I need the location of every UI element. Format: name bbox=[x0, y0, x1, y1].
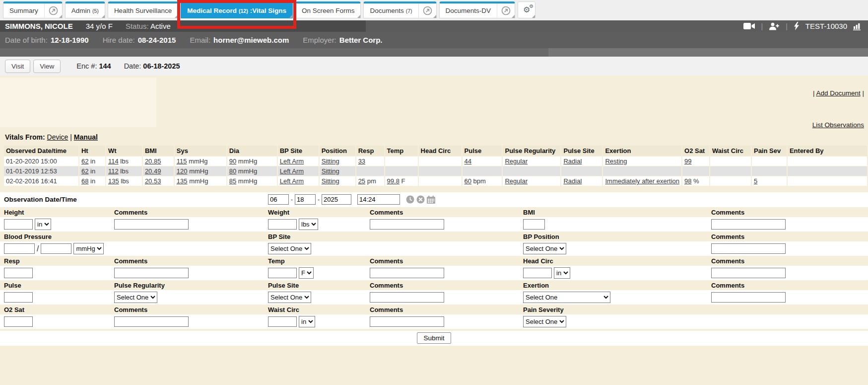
vital-value-link[interactable]: 20.49 bbox=[145, 167, 161, 175]
weight-comments-input[interactable] bbox=[370, 219, 444, 230]
obs-day-input[interactable] bbox=[295, 194, 316, 205]
temp-comments-input[interactable] bbox=[370, 268, 444, 278]
head-circ-unit-select[interactable]: in bbox=[554, 267, 570, 279]
pulse-input[interactable] bbox=[4, 292, 33, 303]
height-unit-select[interactable]: in bbox=[35, 219, 51, 230]
bmi-comments-input[interactable] bbox=[711, 219, 786, 230]
tab-on-screen-forms[interactable]: On Screen Forms bbox=[295, 1, 361, 18]
o2-sat-comments-input[interactable] bbox=[114, 316, 189, 327]
tab-admin[interactable]: Admin (5) bbox=[65, 1, 105, 18]
vital-value-link[interactable]: 115 bbox=[177, 157, 187, 165]
vital-value-link[interactable]: Left Arm bbox=[280, 167, 304, 175]
calendar-icon[interactable] bbox=[427, 196, 435, 204]
tab-health-surveillance[interactable]: Health Surveillance bbox=[108, 1, 178, 18]
popout-icon[interactable] bbox=[44, 3, 62, 18]
vital-value-link[interactable]: 112 bbox=[108, 167, 119, 175]
vital-value-link[interactable]: 99 bbox=[684, 157, 691, 165]
tab-label[interactable]: Medical Record (12):Vital Signs bbox=[181, 3, 292, 18]
tab-documents[interactable]: Documents (7) bbox=[363, 1, 436, 18]
tab-label[interactable]: Admin (5) bbox=[66, 3, 105, 18]
obs-time-input[interactable] bbox=[357, 194, 400, 205]
vital-value-link[interactable]: 99.8 bbox=[387, 177, 400, 185]
weight-input[interactable] bbox=[268, 219, 297, 230]
vital-value-link[interactable]: Immediately after exertion bbox=[605, 177, 679, 185]
vital-value-link[interactable]: 114 bbox=[108, 157, 119, 165]
temp-input[interactable] bbox=[268, 268, 297, 278]
vital-value-link[interactable]: 62 bbox=[81, 167, 88, 175]
blood-pressure-diastolic-input[interactable] bbox=[41, 243, 71, 254]
add-document-link[interactable]: Add Document bbox=[816, 89, 860, 97]
vital-value-link[interactable]: 120 bbox=[177, 167, 188, 175]
obs-year-input[interactable] bbox=[322, 194, 351, 205]
vital-value-link[interactable]: Regular bbox=[505, 157, 528, 165]
clear-datetime-icon[interactable] bbox=[416, 195, 425, 204]
o2-sat-input[interactable] bbox=[4, 316, 33, 327]
vital-value-link[interactable]: 85 bbox=[229, 177, 236, 185]
pulse-regularity-select[interactable]: Select One bbox=[114, 292, 157, 303]
vital-value-link[interactable]: Sitting bbox=[322, 177, 339, 185]
pain-severity-select[interactable]: Select One bbox=[523, 316, 566, 327]
height-input[interactable] bbox=[4, 219, 33, 230]
vital-value-link[interactable]: 135 bbox=[177, 177, 188, 185]
exertion-select[interactable]: Select One bbox=[523, 292, 610, 303]
bp-site-select[interactable]: Select One bbox=[268, 243, 311, 254]
resp-input[interactable] bbox=[4, 268, 33, 278]
head-circ-comments-input[interactable] bbox=[711, 268, 786, 278]
exertion-comments-input[interactable] bbox=[711, 292, 786, 303]
vital-value-link[interactable]: 68 bbox=[81, 177, 88, 185]
vital-value-link[interactable]: Resting bbox=[605, 157, 627, 165]
flowsheet-chart-icon[interactable] bbox=[853, 22, 863, 30]
settings-tab[interactable]: ⚙⚙ bbox=[518, 1, 535, 18]
vital-value-link[interactable]: Radial bbox=[563, 157, 582, 165]
tab-summary[interactable]: Summary bbox=[3, 1, 63, 18]
vital-value-link[interactable]: 60 bbox=[465, 177, 471, 185]
bp-position-select[interactable]: Select One bbox=[523, 243, 566, 254]
waist-circ-unit-select[interactable]: in bbox=[299, 316, 315, 327]
tab-label[interactable]: Documents-DV bbox=[440, 3, 497, 18]
vital-value-link[interactable]: 98 bbox=[684, 177, 691, 185]
list-observations-link[interactable]: List Observations bbox=[812, 121, 864, 129]
blood-pressure-systolic-input[interactable] bbox=[4, 243, 35, 254]
bp-comments-input[interactable] bbox=[711, 243, 786, 254]
vital-value-link[interactable]: Left Arm bbox=[280, 157, 304, 165]
vital-value-link[interactable]: 20.53 bbox=[145, 177, 161, 185]
vital-value-link[interactable]: 5 bbox=[754, 177, 757, 185]
vital-value-link[interactable]: 80 bbox=[229, 167, 236, 175]
tab-label[interactable]: Health Surveillance bbox=[108, 3, 178, 18]
popout-icon[interactable] bbox=[497, 3, 515, 18]
weight-unit-select[interactable]: lbs bbox=[299, 219, 318, 230]
vital-value-link[interactable]: 135 bbox=[108, 177, 119, 185]
obs-month-input[interactable] bbox=[268, 194, 289, 205]
clock-icon[interactable] bbox=[406, 195, 414, 204]
vital-value-link[interactable]: Radial bbox=[563, 177, 582, 185]
vital-value-link[interactable]: Left Arm bbox=[280, 177, 304, 185]
vital-value-link[interactable]: Sitting bbox=[322, 167, 339, 175]
device-link[interactable]: Device bbox=[47, 133, 68, 141]
popout-icon[interactable] bbox=[418, 3, 436, 18]
tab-label[interactable]: Documents (7) bbox=[364, 3, 418, 18]
view-button[interactable]: View bbox=[33, 60, 61, 73]
temp-unit-select[interactable]: F bbox=[299, 267, 314, 279]
tab-documents-dv[interactable]: Documents-DV bbox=[439, 1, 516, 18]
vital-value-link[interactable]: 20.85 bbox=[145, 157, 161, 165]
vital-value-link[interactable]: 33 bbox=[358, 157, 365, 165]
vital-value-link[interactable]: 90 bbox=[229, 157, 236, 165]
vital-value-link[interactable]: Sitting bbox=[322, 157, 339, 165]
waist-circ-input[interactable] bbox=[268, 316, 297, 327]
tab-label[interactable]: Summary bbox=[3, 3, 44, 18]
add-person-icon[interactable] bbox=[769, 22, 780, 30]
height-comments-input[interactable] bbox=[114, 219, 189, 230]
pulse-comments-input[interactable] bbox=[370, 292, 444, 303]
vital-value-link[interactable]: 44 bbox=[465, 157, 471, 165]
head-circ-input[interactable] bbox=[523, 268, 552, 278]
submit-button[interactable]: Submit bbox=[417, 332, 451, 344]
vital-value-link[interactable]: 62 bbox=[81, 157, 88, 165]
bmi-input[interactable] bbox=[523, 219, 545, 230]
pulse-site-select[interactable]: Select One bbox=[268, 292, 311, 303]
blood-pressure-unit-select[interactable]: mmHg bbox=[73, 243, 104, 254]
resp-comments-input[interactable] bbox=[114, 268, 189, 278]
visit-button[interactable]: Visit bbox=[5, 60, 30, 73]
vital-value-link[interactable]: 25 bbox=[358, 177, 365, 185]
vital-value-link[interactable]: Regular bbox=[505, 177, 528, 185]
manual-link[interactable]: Manual bbox=[74, 133, 98, 141]
